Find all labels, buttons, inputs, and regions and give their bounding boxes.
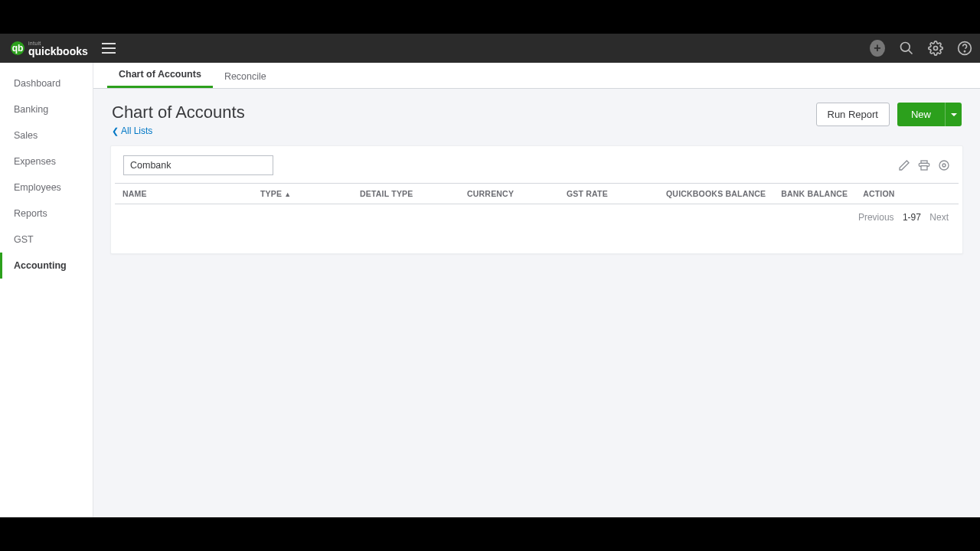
col-action[interactable]: ACTION xyxy=(855,184,959,204)
search-icon[interactable] xyxy=(899,41,914,56)
svg-point-4 xyxy=(964,51,965,52)
col-detail[interactable]: DETAIL TYPE xyxy=(352,184,459,204)
create-icon[interactable]: + xyxy=(870,41,885,56)
chevron-left-icon: ❮ xyxy=(112,126,119,136)
back-all-lists-link[interactable]: ❮ All Lists xyxy=(112,126,245,136)
svg-rect-6 xyxy=(921,166,927,170)
hamburger-icon[interactable] xyxy=(102,43,116,54)
edit-icon[interactable] xyxy=(898,159,910,171)
col-qb-balance[interactable]: QUICKBOOKS BALANCE xyxy=(658,184,773,204)
help-icon[interactable] xyxy=(957,41,972,56)
new-dropdown-caret[interactable] xyxy=(945,103,962,126)
col-bank-balance[interactable]: BANK BALANCE xyxy=(773,184,855,204)
sidebar-item-accounting[interactable]: Accounting xyxy=(0,253,93,279)
brand-text: intuit quickbooks xyxy=(28,41,88,57)
col-currency[interactable]: CURRENCY xyxy=(459,184,559,204)
svg-line-1 xyxy=(909,51,913,54)
svg-point-0 xyxy=(901,43,910,52)
sidebar-item-expenses[interactable]: Expenses xyxy=(0,148,93,174)
svg-point-8 xyxy=(939,161,949,170)
paging-range: 1-97 xyxy=(903,212,921,223)
search-input[interactable] xyxy=(123,155,273,175)
page-title: Chart of Accounts xyxy=(112,103,245,122)
col-name[interactable]: NAME xyxy=(115,184,253,204)
settings-icon[interactable] xyxy=(938,159,950,171)
col-type[interactable]: TYPE▲ xyxy=(253,184,352,204)
new-button[interactable]: New xyxy=(897,103,945,126)
sort-asc-icon: ▲ xyxy=(284,191,291,198)
paging-prev[interactable]: Previous xyxy=(858,212,894,223)
run-report-button[interactable]: Run Report xyxy=(816,103,890,126)
sidebar-item-reports[interactable]: Reports xyxy=(0,201,93,227)
tab-reconcile[interactable]: Reconcile xyxy=(213,64,278,88)
print-icon[interactable] xyxy=(918,159,930,171)
sidebar-item-employees[interactable]: Employees xyxy=(0,174,93,201)
qb-logo-icon: qb xyxy=(11,41,24,55)
col-gst[interactable]: GST RATE xyxy=(559,184,658,204)
svg-point-7 xyxy=(942,164,946,167)
paging-next[interactable]: Next xyxy=(929,212,949,223)
sidebar-item-dashboard[interactable]: Dashboard xyxy=(0,70,93,96)
sidebar-item-banking[interactable]: Banking xyxy=(0,96,93,122)
gear-icon[interactable] xyxy=(928,41,943,56)
svg-point-2 xyxy=(934,47,938,51)
tab-chart-of-accounts[interactable]: Chart of Accounts xyxy=(107,62,213,88)
sidebar-item-sales[interactable]: Sales xyxy=(0,122,93,148)
sidebar-item-gst[interactable]: GST xyxy=(0,227,93,253)
